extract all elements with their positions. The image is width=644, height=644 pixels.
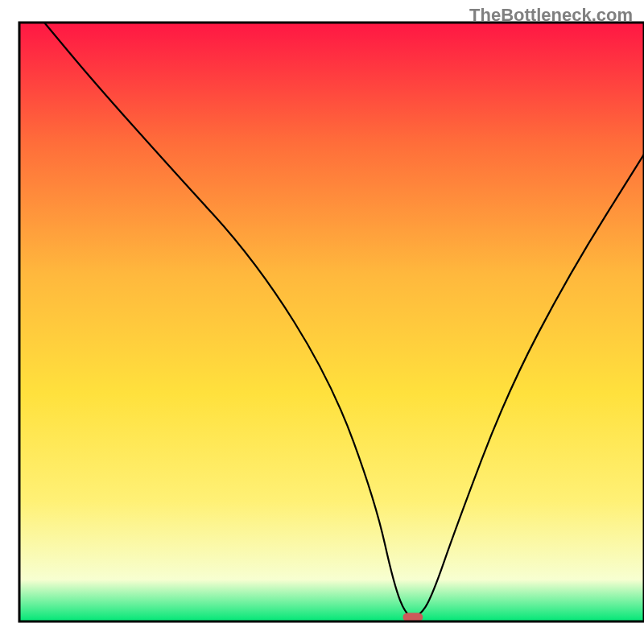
gradient-background xyxy=(19,23,644,621)
bottleneck-chart: TheBottleneck.com xyxy=(0,0,644,644)
chart-svg xyxy=(0,0,644,644)
watermark-text: TheBottleneck.com xyxy=(469,5,633,26)
